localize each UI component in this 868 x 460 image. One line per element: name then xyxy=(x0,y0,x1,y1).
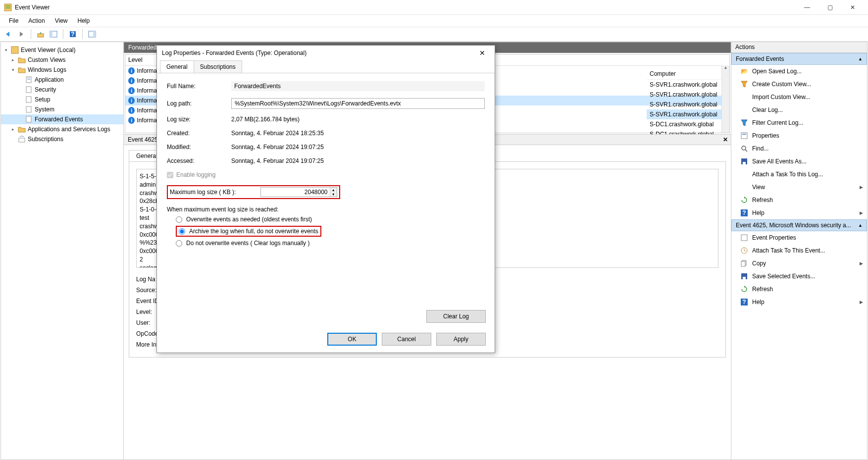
svg-rect-12 xyxy=(27,78,30,78)
svg-rect-19 xyxy=(741,133,747,139)
help-icon: ? xyxy=(740,298,748,306)
button-ok[interactable]: OK xyxy=(327,333,377,346)
computer-cell[interactable]: S-SVR1.crashwork.global xyxy=(647,80,723,90)
dialog-tab-subscriptions[interactable]: Subscriptions xyxy=(194,60,242,73)
tree-subscriptions[interactable]: Subscriptions xyxy=(1,134,123,144)
action-view[interactable]: View▶ xyxy=(731,181,867,194)
action-save-selected[interactable]: Save Selected Events... xyxy=(731,270,867,283)
actions-section-event[interactable]: Event 4625, Microsoft Windows security a… xyxy=(731,219,867,231)
menu-help[interactable]: Help xyxy=(74,16,94,26)
spin-down-icon[interactable]: ▼ xyxy=(330,192,337,197)
tree-system-label: System xyxy=(35,106,54,113)
info-icon: i xyxy=(128,67,135,74)
forward-button[interactable] xyxy=(16,29,27,40)
log-icon xyxy=(25,86,33,94)
spinner-max-size[interactable]: ▲▼ xyxy=(260,187,337,197)
svg-rect-30 xyxy=(741,261,745,266)
spin-up-icon[interactable]: ▲ xyxy=(330,188,337,192)
action-open-saved[interactable]: 📂Open Saved Log... xyxy=(731,65,867,78)
action-create-custom[interactable]: Create Custom View... xyxy=(731,78,867,91)
svg-rect-14 xyxy=(26,87,31,93)
input-log-path[interactable] xyxy=(231,98,485,109)
tree-system[interactable]: System xyxy=(1,104,123,114)
level-text: Informa xyxy=(137,107,157,114)
computer-cell[interactable]: S-SVR1.crashwork.global xyxy=(647,90,723,100)
computer-cell[interactable]: S-SVR1.crashwork.global xyxy=(647,109,723,119)
radio-overwrite[interactable]: Overwrite events as needed (oldest event… xyxy=(176,216,485,223)
show-hide-tree-button[interactable] xyxy=(48,29,59,40)
tree-apps-services-label: Applications and Services Logs xyxy=(28,126,110,133)
svg-rect-15 xyxy=(26,97,31,102)
folder-icon xyxy=(18,125,26,133)
grid-scrollbar[interactable]: ▲ xyxy=(721,65,729,133)
action-find[interactable]: Find... xyxy=(731,142,867,155)
button-apply[interactable]: Apply xyxy=(436,333,486,346)
action-refresh2[interactable]: Refresh xyxy=(731,283,867,296)
refresh-icon xyxy=(740,285,748,293)
actions-section-label: Forwarded Events xyxy=(736,55,784,62)
computer-cell[interactable]: S-DC1.crashwork.global xyxy=(647,119,723,129)
tree-root[interactable]: ▾ Event Viewer (Local) xyxy=(1,45,123,55)
folder-icon xyxy=(18,56,26,64)
col-level[interactable]: Level xyxy=(125,54,160,65)
tree-apps-services[interactable]: ▸ Applications and Services Logs xyxy=(1,124,123,134)
radio-archive[interactable]: Archive the log when full, do not overwr… xyxy=(176,226,485,237)
panel-toggle-button[interactable] xyxy=(87,29,98,40)
tree-security[interactable]: Security xyxy=(1,85,123,95)
radio-donot-label: Do not overwrite events ( Clear logs man… xyxy=(186,240,309,247)
tree-windows-logs[interactable]: ▾ Windows Logs xyxy=(1,65,123,75)
actions-section-forwarded[interactable]: Forwarded Events ▲ xyxy=(731,53,867,65)
action-filter[interactable]: Filter Current Log... xyxy=(731,116,867,129)
button-cancel[interactable]: Cancel xyxy=(382,333,431,346)
radio-overwrite-input[interactable] xyxy=(176,216,182,223)
button-clear-log[interactable]: Clear Log xyxy=(426,310,486,323)
up-button[interactable] xyxy=(35,29,46,40)
tree-forwarded-label: Forwarded Events xyxy=(35,116,83,123)
radio-donot-input[interactable] xyxy=(176,240,182,247)
svg-rect-24 xyxy=(743,162,746,164)
help-toolbar-button[interactable]: ? xyxy=(67,29,78,40)
computer-cell[interactable]: S-SVR1.crashwork.global xyxy=(647,100,723,109)
tree-setup[interactable]: Setup xyxy=(1,95,123,104)
action-event-properties[interactable]: Event Properties xyxy=(731,231,867,244)
dialog-tab-general[interactable]: General xyxy=(160,60,194,73)
tree-custom-views[interactable]: ▸ Custom Views xyxy=(1,55,123,65)
action-attach-event-task[interactable]: Attach Task To This Event... xyxy=(731,244,867,257)
radio-overwrite-label: Overwrite events as needed (oldest event… xyxy=(186,216,312,223)
action-clear-log[interactable]: Clear Log... xyxy=(731,103,867,116)
radio-donot[interactable]: Do not overwrite events ( Clear logs man… xyxy=(176,240,485,247)
save-icon xyxy=(740,272,748,280)
val-log-size: 2,07 MB(2.166.784 bytes) xyxy=(231,116,485,123)
val-accessed: Sonntag, 4. Februar 2024 19:07:25 xyxy=(231,157,485,164)
tree-forwarded-events[interactable]: Forwarded Events xyxy=(1,114,123,124)
menu-action[interactable]: Action xyxy=(24,16,49,26)
log-icon xyxy=(25,96,33,103)
input-max-size[interactable] xyxy=(261,188,330,197)
tree-subscriptions-label: Subscriptions xyxy=(28,136,63,143)
back-button[interactable] xyxy=(3,29,14,40)
close-detail-button[interactable]: ✕ xyxy=(723,136,728,143)
action-help[interactable]: ?Help▶ xyxy=(731,206,867,219)
maximize-button[interactable]: ▢ xyxy=(818,0,841,14)
lbl-log-path: Log path: xyxy=(167,100,231,107)
tree-application[interactable]: Application xyxy=(1,75,123,85)
blank-icon xyxy=(740,106,748,114)
properties-icon xyxy=(740,234,748,242)
collapse-icon: ▲ xyxy=(858,223,863,228)
menu-file[interactable]: File xyxy=(5,16,22,26)
dialog-close-button[interactable]: ✕ xyxy=(475,49,490,57)
menu-view[interactable]: View xyxy=(51,16,72,26)
close-button[interactable]: ✕ xyxy=(841,0,864,14)
action-help2[interactable]: ?Help▶ xyxy=(731,296,867,308)
action-copy[interactable]: Copy▶ xyxy=(731,257,867,270)
radio-archive-input[interactable] xyxy=(179,228,185,235)
action-save-all[interactable]: Save All Events As... xyxy=(731,155,867,168)
info-icon: i xyxy=(128,77,135,84)
col-computer[interactable]: Computer xyxy=(647,68,723,80)
action-refresh[interactable]: Refresh xyxy=(731,194,867,206)
minimize-button[interactable]: — xyxy=(796,0,818,14)
svg-point-21 xyxy=(742,146,746,150)
action-attach-task[interactable]: Attach a Task To this Log... xyxy=(731,168,867,181)
action-import-custom[interactable]: Import Custom View... xyxy=(731,91,867,103)
action-properties[interactable]: Properties xyxy=(731,129,867,142)
